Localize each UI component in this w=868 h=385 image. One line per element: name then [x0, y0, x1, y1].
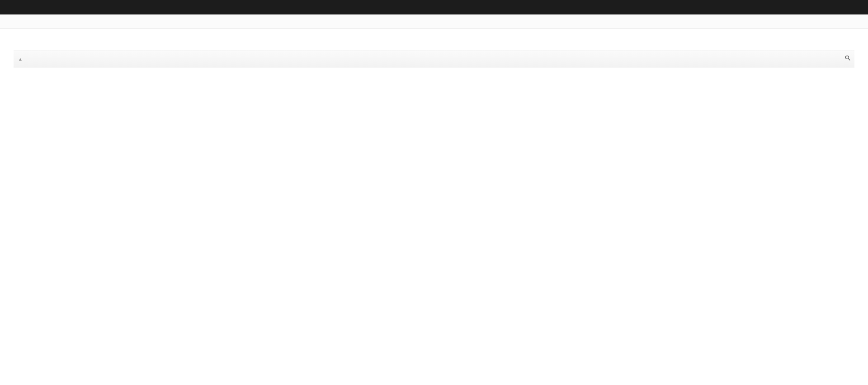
col-header-task[interactable]: ▲	[14, 50, 113, 67]
page-content: ▲	[0, 29, 868, 385]
log-table: ▲	[14, 50, 854, 67]
sort-asc-icon: ▲	[18, 57, 23, 62]
col-header-search[interactable]	[836, 50, 854, 67]
col-header-datetime[interactable]	[407, 50, 836, 67]
svg-point-0	[845, 56, 849, 59]
col-header-message[interactable]	[113, 50, 357, 67]
topnav	[0, 0, 868, 14]
subnav	[0, 14, 868, 29]
col-header-severity[interactable]	[357, 50, 407, 67]
search-icon	[844, 55, 851, 61]
svg-line-1	[849, 59, 850, 61]
